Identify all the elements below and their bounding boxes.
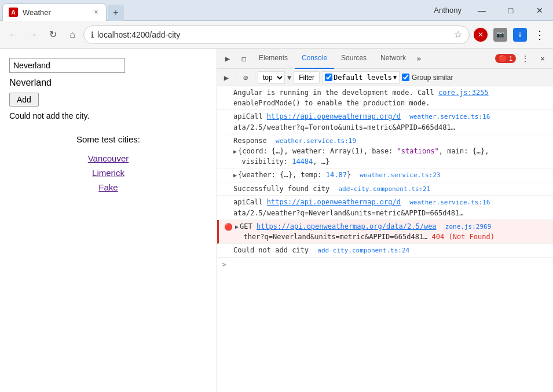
add-button[interactable]: Add [9,93,39,107]
error-message: Could not add the city. [9,111,207,120]
tab-close-button[interactable]: × [91,7,101,17]
devtools-mobile-icon[interactable]: ◻ [236,50,252,67]
console-error-message: ▶GET https://api.openweathermap.org/data… [235,221,548,243]
console-line: apiCall https://api.openweathermap.org/d… [217,196,553,220]
city-link-vancouver[interactable]: Vancouver [88,153,129,163]
console-line: Angular is running in the development mo… [217,86,553,110]
tab-console[interactable]: Console [295,49,334,69]
ext-red-icon[interactable]: ✕ [472,26,489,43]
ext-red-badge: ✕ [474,28,488,42]
tab-favicon: A [9,8,18,17]
devtools-more-options[interactable]: ⋮ [517,50,533,67]
address-info-icon: ℹ [91,30,94,39]
weather-service-source-3[interactable]: weather.service.ts:23 [360,171,440,179]
expand-error-icon[interactable]: ▶ [235,224,239,230]
console-output: Angular is running in the development mo… [217,86,553,392]
zone-js-source[interactable]: zone.js:2969 [445,223,491,230]
group-similar-toggle[interactable]: Group similar [402,74,453,82]
filter-button[interactable]: Filter [294,71,320,84]
ext-screenshot-icon[interactable]: 📷 [492,26,509,43]
add-city-source-2[interactable]: add-city.component.ts:24 [317,247,409,254]
devtools-panel: ▶ ◻ Elements Console Sources Network » 🔴… [217,49,553,392]
console-line-message: apiCall https://api.openweathermap.org/d… [233,111,548,133]
ext-info-icon[interactable]: i [511,26,529,43]
tab-title: Weather [23,8,51,17]
console-line-message: apiCall https://api.openweathermap.org/d… [233,197,548,218]
tab-sources[interactable]: Sources [334,49,373,69]
error-icon: 🔴 [224,222,233,232]
core-js-link[interactable]: core.js:3255 [438,89,489,97]
console-line: ▶{weather: {…}, temp: 14.87} weather.ser… [217,168,553,182]
city-link-fake[interactable]: Fake [98,182,118,192]
devtools-inspect-icon[interactable]: ▶ [219,50,236,67]
console-line-icon [222,246,231,255]
console-line-icon [222,198,231,207]
close-button[interactable]: ✕ [526,0,553,21]
devtools-close-button[interactable]: × [534,50,551,67]
menu-button[interactable]: ⋮ [531,26,548,43]
titlebar-user: Anthony [429,6,466,14]
reload-button[interactable]: ↻ [44,26,61,43]
back-button[interactable]: ← [5,26,22,43]
toolbar-divider [236,72,236,83]
city-name-display: Neverland [9,78,207,88]
console-line-message: Successfully found city add-city.compone… [233,184,548,195]
console-context-select[interactable]: top [258,71,285,84]
forward-button[interactable]: → [24,26,42,43]
navbar: ← → ↻ ⌂ ℹ localhost:4200/add-city ☆ ✕ 📷 … [0,21,553,49]
more-tabs-button[interactable]: » [413,49,424,69]
console-line-icon [222,171,231,180]
apicall-toronto-link[interactable]: https://api.openweathermap.org/d [267,112,401,120]
tab-network[interactable]: Network [373,49,413,69]
devtools-tabs: ▶ ◻ Elements Console Sources Network » 🔴… [217,49,553,69]
expand-icon[interactable]: ▶ [233,172,237,178]
city-links: Vancouver Limerick Fake [9,153,207,192]
new-tab-button[interactable]: + [108,5,124,21]
weather-service-source-2[interactable]: weather.service.ts:19 [276,137,356,145]
console-line: apiCall https://api.openweathermap.org/d… [217,110,553,134]
weather-service-source-4[interactable]: weather.service.ts:16 [409,199,490,206]
tab-elements[interactable]: Elements [252,49,295,69]
console-line-message: Angular is running in the development mo… [233,87,548,108]
prompt-symbol: > [222,260,226,269]
console-clear-button[interactable]: ▶ [219,71,233,85]
console-line-message: ▶{weather: {…}, temp: 14.87} weather.ser… [233,170,548,181]
console-line: Response weather.service.ts:19 ▶{coord: … [217,134,553,169]
toolbar-divider-2 [255,72,255,83]
console-error-line: 🔴 ▶GET https://api.openweathermap.org/da… [217,220,553,244]
test-cities-heading: Some test cities: [9,134,207,144]
console-line-icon [222,185,231,194]
console-line-message: Response weather.service.ts:19 ▶{coord: … [233,135,548,167]
console-line: Successfully found city add-city.compone… [217,182,553,196]
titlebar-right: Anthony — □ ✕ [429,0,553,21]
weather-service-source-1[interactable]: weather.service.ts:16 [409,113,490,120]
expand-icon[interactable]: ▶ [233,148,237,155]
error-badge: 🔴 1 [495,54,516,63]
context-dropdown-icon: ▼ [287,74,291,82]
minimize-button[interactable]: — [468,0,495,21]
webpage-content: Neverland Add Could not add the city. So… [0,49,217,392]
get-error-link[interactable]: https://api.openweathermap.org/data/2.5/… [257,222,437,230]
console-line-message: Could not add city add-city.component.ts… [233,245,548,256]
group-similar-checkbox[interactable] [402,74,409,81]
console-prompt[interactable]: > [217,258,553,271]
city-input[interactable] [9,58,125,73]
address-url: localhost:4200/add-city [97,30,451,39]
navbar-right: ✕ 📷 i ⋮ [472,26,548,43]
console-block-button[interactable]: ⊘ [239,71,252,85]
home-button[interactable]: ⌂ [64,26,81,43]
bookmark-star-icon[interactable]: ☆ [454,29,462,40]
titlebar-left: A Weather × + [0,0,429,21]
browser-tab[interactable]: A Weather × [2,3,107,21]
apicall-neverland-link[interactable]: https://api.openweathermap.org/d [267,198,401,206]
default-levels-checkbox[interactable] [325,74,332,81]
city-link-limerick[interactable]: Limerick [92,168,124,178]
levels-dropdown-icon: ▼ [393,74,397,80]
devtools-tab-right: 🔴 1 ⋮ × [495,50,551,67]
tab-area: A Weather × + [0,0,124,21]
add-city-source-1[interactable]: add-city.component.ts:21 [338,185,430,193]
default-levels-button[interactable]: Default levels ▼ [322,71,400,84]
address-bar[interactable]: ℹ localhost:4200/add-city ☆ [83,25,470,44]
console-line-icon [222,112,231,122]
maximize-button[interactable]: □ [497,0,524,21]
